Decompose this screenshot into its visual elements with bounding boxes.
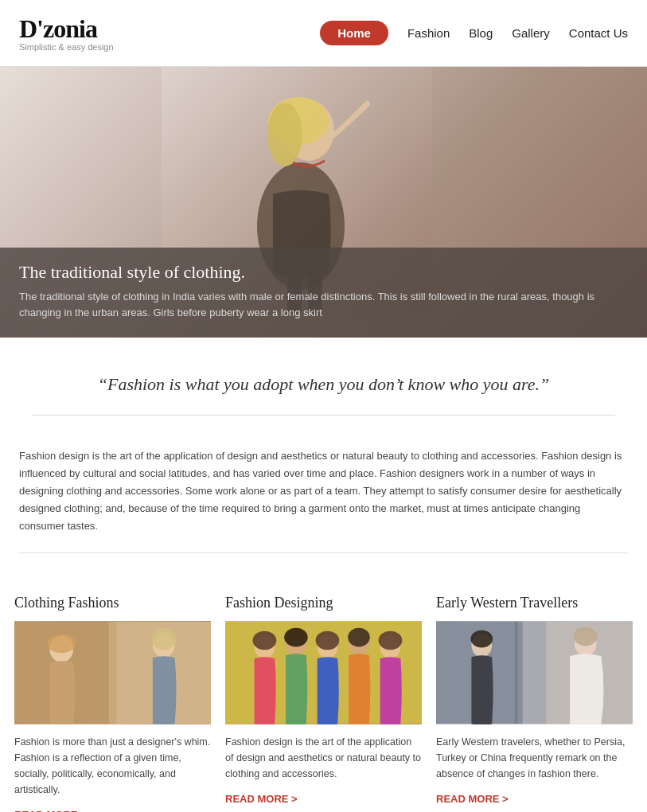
quote-text: “Fashion is what you adopt when you don’…	[32, 373, 615, 397]
card-1-title: Clothing Fashions	[14, 595, 211, 611]
hero-caption: The traditional style of clothing. The t…	[0, 248, 647, 338]
card-3-readmore[interactable]: READ MORE >	[436, 793, 509, 805]
card-2-title: Fashion Designing	[225, 595, 422, 611]
svg-rect-8	[14, 622, 109, 724]
svg-rect-26	[436, 622, 633, 724]
svg-point-30	[470, 630, 493, 648]
svg-point-22	[349, 632, 369, 656]
svg-rect-15	[225, 622, 422, 724]
nav-fashion[interactable]: Fashion	[407, 26, 450, 40]
logo-title: D'zonia	[19, 14, 114, 44]
card-2-readmore[interactable]: READ MORE >	[225, 793, 298, 805]
svg-point-29	[471, 634, 492, 658]
body-text: Fashion design is the art of the applica…	[19, 447, 628, 535]
hero-caption-text: The traditional style of clothing in Ind…	[19, 289, 628, 320]
svg-point-19	[284, 628, 308, 647]
logo-area: D'zonia Simplistic & easy design	[19, 14, 114, 52]
svg-rect-33	[515, 622, 518, 724]
header: D'zonia Simplistic & easy design Home Fa…	[0, 0, 647, 67]
hero-caption-title: The traditional style of clothing.	[19, 262, 628, 283]
svg-point-25	[379, 631, 403, 650]
svg-point-11	[47, 634, 76, 654]
svg-rect-27	[436, 622, 523, 724]
nav-blog[interactable]: Blog	[469, 26, 493, 40]
card-early-western: Early Western Travellers	[436, 595, 633, 812]
card-fashion-designing: Fashion Designing	[225, 595, 422, 812]
card-1-image	[14, 621, 211, 724]
hero-section: The traditional style of clothing. The t…	[0, 67, 647, 338]
svg-point-12	[153, 633, 175, 658]
card-1-text: Fashion is more than just a designer's w…	[14, 734, 211, 798]
card-3-title: Early Western Travellers	[436, 595, 633, 611]
svg-point-13	[151, 628, 177, 650]
svg-point-21	[316, 631, 340, 650]
svg-point-23	[348, 628, 370, 647]
svg-rect-9	[116, 622, 211, 724]
body-text-section: Fashion design is the art of the applica…	[0, 431, 647, 572]
card-3-image	[436, 621, 633, 724]
svg-point-16	[255, 635, 275, 659]
body-divider	[19, 552, 628, 553]
logo-subtitle: Simplistic & easy design	[19, 42, 114, 52]
cards-section: Clothing Fashions Fashion is more than j…	[0, 572, 647, 812]
quote-section: “Fashion is what you adopt when you don’…	[0, 338, 647, 431]
card-clothing-fashions: Clothing Fashions Fashion is more than j…	[14, 595, 211, 812]
card-3-text: Early Western travelers, whether to Pers…	[436, 734, 633, 782]
svg-rect-7	[14, 622, 211, 724]
svg-point-24	[380, 635, 401, 659]
card-2-text: Fashion design is the art of the applica…	[225, 734, 422, 782]
svg-point-17	[253, 631, 277, 650]
quote-divider	[32, 415, 615, 416]
svg-point-18	[286, 632, 306, 656]
main-nav: Home Fashion Blog Gallery Contact Us	[320, 21, 628, 45]
nav-gallery[interactable]: Gallery	[512, 26, 550, 40]
svg-point-31	[575, 631, 597, 657]
card-2-image	[225, 621, 422, 724]
page-wrapper: D'zonia Simplistic & easy design Home Fa…	[0, 0, 647, 812]
logo-text: D'zonia	[19, 14, 97, 43]
svg-point-10	[49, 636, 73, 663]
svg-point-32	[574, 627, 598, 646]
svg-point-20	[318, 635, 338, 659]
svg-rect-14	[225, 622, 422, 724]
nav-contact[interactable]: Contact Us	[569, 26, 628, 40]
svg-rect-28	[546, 622, 633, 724]
nav-home[interactable]: Home	[320, 21, 388, 45]
card-1-readmore[interactable]: READ MORE >	[14, 809, 87, 812]
svg-point-4	[267, 103, 302, 166]
